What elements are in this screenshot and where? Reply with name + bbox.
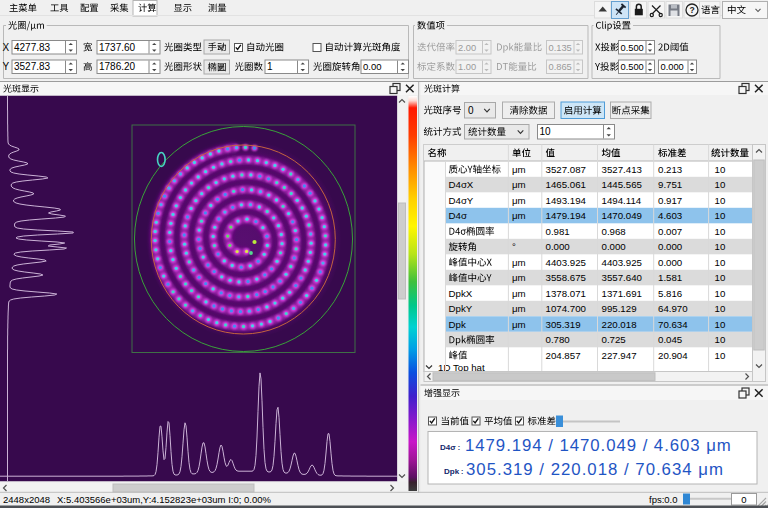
svg-text:μm: μm xyxy=(512,272,526,283)
svg-text:0.213: 0.213 xyxy=(658,164,682,175)
svg-text:3527.087: 3527.087 xyxy=(546,164,586,175)
svg-text:0.000: 0.000 xyxy=(661,62,684,72)
svg-text:1: 1 xyxy=(267,61,273,72)
svg-text:10: 10 xyxy=(715,179,726,190)
svg-text:μm: μm xyxy=(512,257,526,268)
svg-text:305.319: 305.319 xyxy=(546,319,581,330)
svg-text:10: 10 xyxy=(715,241,726,252)
svg-text:μm: μm xyxy=(512,179,526,190)
svg-text:1470.049: 1470.049 xyxy=(602,210,642,221)
svg-text:1.00: 1.00 xyxy=(458,62,476,72)
svg-text:10: 10 xyxy=(715,303,726,314)
svg-text:0.000: 0.000 xyxy=(602,241,627,252)
svg-text:X: X xyxy=(3,42,10,53)
svg-text:0.780: 0.780 xyxy=(546,334,571,345)
svg-text:1479.194: 1479.194 xyxy=(546,210,587,221)
svg-text:0.000: 0.000 xyxy=(658,241,683,252)
svg-text:Dpk: Dpk xyxy=(449,319,466,330)
svg-text:Y: Y xyxy=(3,61,10,72)
svg-text:D4σX: D4σX xyxy=(449,179,474,190)
svg-text:2448x2048: 2448x2048 xyxy=(3,494,50,505)
svg-text:1445.565: 1445.565 xyxy=(602,179,642,190)
svg-text:0: 0 xyxy=(468,105,474,116)
svg-text:10: 10 xyxy=(715,164,726,175)
svg-text:70.634: 70.634 xyxy=(658,319,688,330)
svg-text:10: 10 xyxy=(715,334,726,345)
svg-text:995.129: 995.129 xyxy=(602,303,637,314)
svg-text:227.947: 227.947 xyxy=(602,350,637,361)
svg-text:3527.83: 3527.83 xyxy=(14,61,51,72)
svg-text:μm: μm xyxy=(512,319,526,330)
svg-text:3558.675: 3558.675 xyxy=(546,272,586,283)
svg-text:0.000: 0.000 xyxy=(546,241,571,252)
svg-text:4403.925: 4403.925 xyxy=(602,257,642,268)
svg-text:0.968: 0.968 xyxy=(602,226,626,237)
svg-text:1493.194: 1493.194 xyxy=(546,195,587,206)
svg-text:4277.83: 4277.83 xyxy=(14,42,51,53)
svg-text:3557.640: 3557.640 xyxy=(602,272,643,283)
svg-text:4403.925: 4403.925 xyxy=(546,257,586,268)
svg-text:10: 10 xyxy=(715,350,726,361)
svg-text:10: 10 xyxy=(715,319,726,330)
svg-text:?: ? xyxy=(689,5,694,15)
svg-text:220.018: 220.018 xyxy=(602,319,637,330)
svg-text:3527.413: 3527.413 xyxy=(602,164,642,175)
svg-text:X:5.403566e+03um,Y:4.152823e+0: X:5.403566e+03um,Y:4.152823e+03um I:0; 0… xyxy=(57,494,271,505)
svg-text:fps:0.0: fps:0.0 xyxy=(649,494,678,505)
svg-text:D4σ: D4σ xyxy=(449,210,467,221)
svg-text:1.581: 1.581 xyxy=(658,272,682,283)
svg-text:9.751: 9.751 xyxy=(658,179,682,190)
svg-text:0.500: 0.500 xyxy=(621,43,644,53)
svg-text:μm: μm xyxy=(512,303,526,314)
svg-text:2.00: 2.00 xyxy=(458,43,476,53)
svg-text:0.00: 0.00 xyxy=(363,61,382,72)
svg-text:D4σY: D4σY xyxy=(449,195,474,206)
svg-text:Dpk :: Dpk : xyxy=(444,467,463,476)
svg-text:10: 10 xyxy=(715,226,726,237)
svg-text:10: 10 xyxy=(715,210,726,221)
svg-text:μm: μm xyxy=(512,210,526,221)
svg-text:204.857: 204.857 xyxy=(546,350,581,361)
svg-text:0.500: 0.500 xyxy=(621,62,644,72)
svg-text:10: 10 xyxy=(540,126,552,137)
svg-text:μm: μm xyxy=(512,195,526,206)
svg-text:10: 10 xyxy=(715,195,726,206)
svg-text:0.865: 0.865 xyxy=(549,62,572,72)
svg-text:1465.061: 1465.061 xyxy=(546,179,586,190)
svg-text:0.917: 0.917 xyxy=(658,195,682,206)
svg-text:0: 0 xyxy=(741,494,746,505)
svg-text:0.135: 0.135 xyxy=(549,43,572,53)
svg-text:1074.700: 1074.700 xyxy=(546,303,587,314)
svg-text:0.981: 0.981 xyxy=(546,226,570,237)
svg-text:1479.194 / 1470.049 / 4.603 μm: 1479.194 / 1470.049 / 4.603 μm xyxy=(465,436,732,455)
svg-text:1494.114: 1494.114 xyxy=(602,195,642,206)
svg-text:1371.691: 1371.691 xyxy=(602,288,642,299)
svg-text:0.045: 0.045 xyxy=(658,334,682,345)
svg-text:4.603: 4.603 xyxy=(658,210,682,221)
svg-text:DpkY: DpkY xyxy=(449,303,473,314)
svg-text:0.007: 0.007 xyxy=(658,226,682,237)
svg-text:20.904: 20.904 xyxy=(658,350,688,361)
svg-text:μm: μm xyxy=(512,164,526,175)
svg-text:1737.60: 1737.60 xyxy=(99,42,136,53)
svg-text:1786.20: 1786.20 xyxy=(99,61,136,72)
svg-text:10: 10 xyxy=(715,257,726,268)
svg-text:DpkX: DpkX xyxy=(449,288,473,299)
svg-text:D4σ :: D4σ : xyxy=(440,443,460,452)
svg-text:0.000: 0.000 xyxy=(658,257,683,268)
svg-text:0.725: 0.725 xyxy=(602,334,626,345)
svg-text:μm: μm xyxy=(512,288,526,299)
svg-text:5.816: 5.816 xyxy=(658,288,682,299)
svg-text:°: ° xyxy=(512,241,516,252)
svg-text:1378.071: 1378.071 xyxy=(546,288,586,299)
svg-text:10: 10 xyxy=(715,272,726,283)
svg-text:10: 10 xyxy=(715,288,726,299)
svg-text:305.319 / 220.018 / 70.634 μm: 305.319 / 220.018 / 70.634 μm xyxy=(466,460,724,479)
svg-text:64.970: 64.970 xyxy=(658,303,688,314)
